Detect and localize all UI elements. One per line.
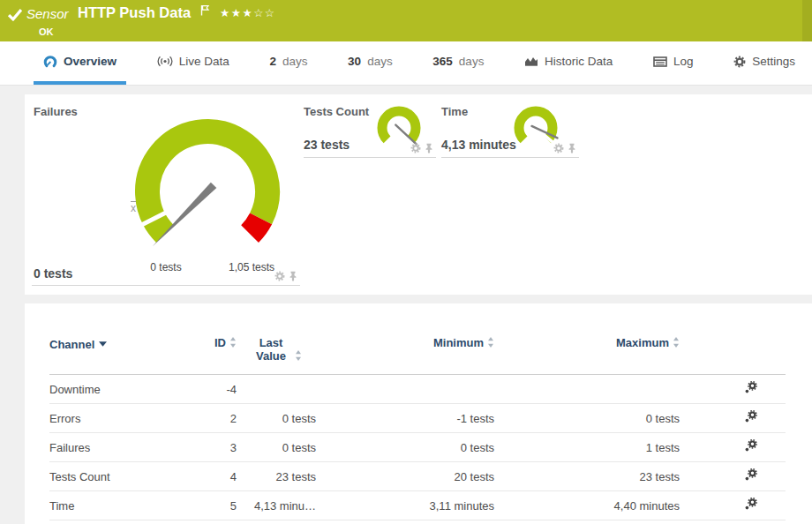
channel-settings-icon[interactable]	[744, 468, 757, 482]
gauges-panel: Failures x 0 tests 1,05 tests 0 tests	[25, 94, 812, 295]
gauge-title: Tests Count	[304, 105, 369, 118]
titlebar-edge-shadow	[802, 0, 812, 41]
priority-flag-icon[interactable]	[200, 4, 210, 19]
channel-name: Time	[49, 491, 199, 520]
gauge-tile-time: Time 4,13 minutes	[441, 101, 579, 158]
channel-name: Errors	[49, 404, 199, 433]
gauge-tile-failures: Failures x 0 tests 1,05 tests 0 tests	[32, 101, 300, 286]
gauge-settings-gear-icon[interactable]	[274, 271, 285, 281]
channel-maximum: 0 tests	[494, 404, 680, 433]
channel-id: 3	[199, 433, 237, 462]
sort-icon	[487, 337, 494, 350]
gauge-title: Failures	[34, 105, 78, 118]
channel-name: Failures	[49, 433, 199, 462]
sort-icon	[295, 350, 302, 363]
column-header-channel[interactable]: Channel	[49, 336, 199, 375]
channel-minimum	[316, 375, 494, 404]
sensor-name: HTTP Push Data	[78, 4, 191, 21]
channel-minimum: 0 tests	[316, 433, 494, 462]
column-header-actions	[680, 336, 786, 375]
channel-last-value: 23 tests	[237, 462, 316, 491]
broadcast-icon	[157, 56, 173, 67]
channel-settings-icon[interactable]	[744, 498, 757, 511]
tab-historic-data[interactable]: Historic Data	[515, 41, 622, 85]
tab-2-days[interactable]: 2 days	[259, 41, 317, 85]
gauge-scale-min: 0 tests	[135, 261, 197, 273]
gauge-pin-icon[interactable]	[424, 143, 434, 153]
gauge-tile-tests-count: Tests Count 23 tests	[304, 101, 436, 158]
channel-maximum: 23 tests	[494, 462, 680, 491]
channel-minimum: -1 tests	[316, 404, 494, 433]
channel-row: Downtime -4	[49, 375, 786, 404]
gauge-scale-max: 1,05 tests	[221, 261, 282, 273]
sensor-status-badge: OK	[39, 26, 54, 37]
sort-icon	[673, 337, 680, 350]
column-header-last-value[interactable]: Last Value	[237, 336, 316, 375]
stars-empty[interactable]: ☆☆	[253, 6, 275, 19]
gauge-title: Time	[441, 105, 468, 118]
channel-name: Tests Count	[49, 462, 199, 491]
tab-log[interactable]: Log	[643, 41, 703, 85]
channel-row: Failures 3 0 tests 0 tests 1 tests	[49, 433, 786, 462]
channel-table-panel: Channel ID Last Value Minimum Maximum	[25, 303, 812, 524]
tab-live-data[interactable]: Live Data	[147, 41, 239, 85]
gauge-settings-gear-icon[interactable]	[410, 143, 421, 153]
priority-stars[interactable]: ★★★☆☆	[220, 6, 276, 19]
sort-icon	[229, 337, 237, 350]
channel-last-value: 4,13 minu…	[237, 491, 316, 520]
tab-settings[interactable]: Settings	[724, 41, 805, 85]
channel-id: -4	[199, 375, 237, 404]
channel-id: 2	[199, 404, 237, 433]
channel-last-value: 0 tests	[237, 433, 316, 462]
object-kind-label: Sensor	[26, 6, 69, 21]
gauge-current-value: 4,13 minutes	[441, 138, 516, 152]
gauge-icon	[43, 55, 57, 69]
gauge-pin-icon[interactable]	[288, 271, 298, 281]
channel-row: Errors 2 0 tests -1 tests 0 tests	[49, 404, 786, 433]
channel-minimum: 3,11 minutes	[316, 491, 494, 520]
column-header-maximum[interactable]: Maximum	[494, 336, 680, 375]
sensor-overview-page: Sensor HTTP Push Data ★★★☆☆ OK Overview …	[0, 0, 812, 524]
tab-30-days[interactable]: 30 days	[338, 41, 402, 85]
tab-365-days[interactable]: 365 days	[423, 41, 493, 85]
log-list-icon	[653, 56, 667, 67]
area-chart-icon	[524, 56, 538, 67]
channel-maximum	[494, 375, 680, 404]
sort-desc-icon	[99, 336, 107, 349]
channel-row: Tests Count 4 23 tests 20 tests 23 tests	[49, 462, 786, 491]
channel-id: 4	[199, 462, 237, 491]
channel-settings-icon[interactable]	[744, 439, 757, 453]
gauge-current-value: 0 tests	[34, 266, 72, 281]
failures-gauge[interactable]	[115, 110, 300, 269]
column-header-id[interactable]: ID	[199, 336, 237, 375]
channel-settings-icon[interactable]	[744, 381, 757, 394]
channel-table: Channel ID Last Value Minimum Maximum	[49, 336, 786, 520]
channel-row: Time 5 4,13 minu… 3,11 minutes 4,40 minu…	[49, 491, 786, 520]
mean-marker-label: x	[131, 202, 136, 214]
gear-icon	[733, 56, 746, 68]
channel-name: Downtime	[49, 375, 199, 404]
tab-overview[interactable]: Overview	[34, 41, 126, 85]
gauge-current-value: 23 tests	[304, 138, 350, 152]
channel-last-value	[237, 375, 316, 404]
channel-last-value: 0 tests	[237, 404, 316, 433]
stars-filled[interactable]: ★★★	[220, 6, 253, 19]
channel-maximum: 4,40 minutes	[494, 491, 680, 520]
channel-id: 5	[199, 491, 237, 520]
gauge-pin-icon[interactable]	[567, 143, 577, 153]
tab-bar: Overview Live Data 2 days 30 days 365 da…	[0, 41, 812, 86]
channel-minimum: 20 tests	[316, 462, 494, 491]
column-header-minimum[interactable]: Minimum	[316, 336, 494, 375]
sensor-titlebar: Sensor HTTP Push Data ★★★☆☆ OK	[0, 0, 812, 41]
status-ok-check-icon	[7, 8, 23, 25]
channel-settings-icon[interactable]	[744, 410, 757, 423]
channel-maximum: 1 tests	[494, 433, 680, 462]
gauge-settings-gear-icon[interactable]	[553, 143, 564, 153]
